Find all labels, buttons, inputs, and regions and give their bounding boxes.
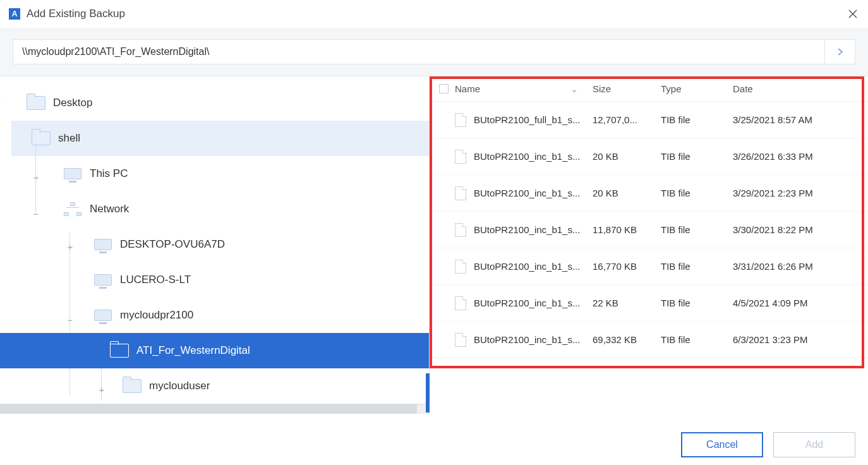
tree-label: Desktop: [53, 97, 92, 109]
file-type: TIB file: [661, 298, 733, 308]
folder-icon: [121, 378, 143, 394]
computer-icon: [92, 272, 114, 288]
file-icon: [455, 333, 466, 347]
computer-icon: [92, 236, 114, 253]
tree-label: mycloudpr2100: [120, 309, 193, 322]
file-size: 20 KB: [593, 188, 661, 198]
file-type: TIB file: [661, 151, 733, 162]
file-row[interactable]: BUtoPR2100_inc_b1_s... 20 KB TIB file 3/…: [432, 138, 868, 175]
window-title: Add Existing Backup: [27, 8, 125, 20]
file-icon: [455, 296, 466, 310]
file-size: 20 KB: [593, 151, 661, 162]
file-size: 22 KB: [593, 298, 661, 308]
tree-label: shell: [58, 132, 80, 145]
column-header-size[interactable]: Size: [593, 83, 661, 94]
file-date: 3/30/2021 8:22 PM: [733, 224, 868, 235]
tree-item-computer[interactable]: mycloudpr2100: [77, 298, 429, 333]
add-button[interactable]: Add: [773, 432, 855, 457]
file-row[interactable]: BUtoPR2100_full_b1_s... 12,707,0... TIB …: [432, 102, 868, 138]
file-name: BUtoPR2100_inc_b1_s...: [474, 188, 580, 198]
file-date: 3/26/2021 6:33 PM: [733, 151, 868, 162]
file-row[interactable]: BUtoPR2100_inc_b1_s... 16,770 KB TIB fil…: [432, 248, 868, 285]
file-date: 3/31/2021 6:26 PM: [733, 261, 868, 272]
file-name: BUtoPR2100_inc_b1_s...: [474, 334, 580, 345]
cancel-button[interactable]: Cancel: [681, 432, 763, 457]
tree-item-computer[interactable]: DESKTOP-OVU6A7D: [77, 227, 429, 262]
tree-item-thispc[interactable]: This PC: [43, 156, 429, 191]
computer-icon: [92, 307, 114, 323]
tree-label: DESKTOP-OVU6A7D: [120, 238, 225, 251]
column-header-date[interactable]: Date: [733, 83, 868, 94]
file-name: BUtoPR2100_full_b1_s...: [474, 114, 580, 125]
tree-label: This PC: [90, 167, 128, 180]
sort-icon: ⌄: [570, 83, 588, 95]
file-date: 6/3/2021 3:23 PM: [733, 334, 868, 345]
tree-item-shell[interactable]: shell: [11, 121, 429, 156]
tree-item-desktop[interactable]: Desktop: [25, 85, 429, 121]
close-icon[interactable]: [847, 8, 859, 20]
tree-item-computer[interactable]: LUCERO-S-LT: [77, 262, 429, 298]
folder-icon: [30, 130, 52, 147]
titlebar: A Add Existing Backup: [0, 0, 868, 28]
file-row[interactable]: BUtoPR2100_inc_b1_s... 22 KB TIB file 4/…: [432, 285, 868, 322]
collapse-icon[interactable]: −: [0, 95, 3, 104]
file-date: 3/25/2021 8:57 AM: [733, 114, 868, 125]
file-name: BUtoPR2100_inc_b1_s...: [474, 151, 580, 162]
file-size: 69,332 KB: [593, 334, 661, 345]
file-icon: [455, 223, 466, 237]
dialog-footer: Cancel Add: [0, 425, 868, 465]
computer-icon: [62, 166, 83, 182]
file-icon: [455, 150, 466, 164]
expand-icon[interactable]: +: [97, 385, 106, 394]
column-header-name[interactable]: Name⌄: [455, 83, 593, 95]
file-icon: [455, 113, 466, 127]
file-date: 3/29/2021 2:23 PM: [733, 188, 868, 198]
path-go-button[interactable]: [824, 40, 855, 64]
file-type: TIB file: [661, 334, 733, 345]
tree-label: LUCERO-S-LT: [120, 274, 191, 286]
select-all-checkbox[interactable]: [439, 84, 449, 94]
collapse-icon[interactable]: −: [32, 209, 40, 218]
column-label: Name: [455, 83, 480, 94]
main-area: − Desktop + shell + This PC −: [0, 76, 868, 414]
file-icon: [455, 186, 466, 200]
tree-label: ATI_For_WesternDigital: [136, 344, 250, 357]
file-name: BUtoPR2100_inc_b1_s...: [474, 261, 580, 272]
file-date: 4/5/2021 4:09 PM: [733, 298, 868, 308]
file-name: BUtoPR2100_inc_b1_s...: [474, 298, 580, 308]
path-bar: [13, 39, 855, 64]
path-bar-container: [0, 28, 868, 76]
file-size: 12,707,0...: [593, 114, 661, 125]
folder-tree-pane: − Desktop + shell + This PC −: [0, 76, 430, 414]
tree-line: [35, 143, 36, 213]
file-row[interactable]: BUtoPR2100_inc_b1_s... 20 KB TIB file 3/…: [432, 175, 868, 212]
file-type: TIB file: [661, 114, 733, 125]
file-list-header: Name⌄ Size Type Date: [432, 76, 868, 102]
expand-icon[interactable]: +: [32, 172, 40, 181]
file-type: TIB file: [661, 188, 733, 198]
tree-item-folder[interactable]: myclouduser: [109, 368, 429, 404]
tree-item-selected-folder[interactable]: ATI_For_WesternDigital: [0, 333, 429, 368]
app-icon: A: [9, 8, 20, 20]
expand-icon[interactable]: +: [66, 242, 75, 251]
horizontal-scrollbar[interactable]: [0, 404, 429, 414]
tree-label: Network: [90, 203, 129, 215]
file-row[interactable]: BUtoPR2100_inc_b1_s... 11,870 KB TIB fil…: [432, 212, 868, 248]
file-list-pane: Name⌄ Size Type Date BUtoPR2100_full_b1_…: [430, 76, 868, 414]
tree-label: myclouduser: [149, 380, 210, 392]
file-type: TIB file: [661, 261, 733, 272]
path-input[interactable]: [13, 40, 824, 64]
file-size: 11,870 KB: [593, 224, 661, 235]
tree-item-network[interactable]: Network: [43, 191, 429, 227]
file-row[interactable]: BUtoPR2100_inc_b1_s... 69,332 KB TIB fil…: [432, 322, 868, 358]
scroll-indicator: [426, 373, 430, 413]
file-size: 16,770 KB: [593, 261, 661, 272]
file-type: TIB file: [661, 224, 733, 235]
folder-icon: [25, 95, 47, 111]
network-icon: [62, 201, 83, 217]
file-icon: [455, 260, 466, 274]
column-header-type[interactable]: Type: [661, 83, 733, 94]
folder-icon: [109, 342, 130, 359]
file-name: BUtoPR2100_inc_b1_s...: [474, 224, 580, 235]
collapse-icon[interactable]: −: [66, 315, 75, 324]
